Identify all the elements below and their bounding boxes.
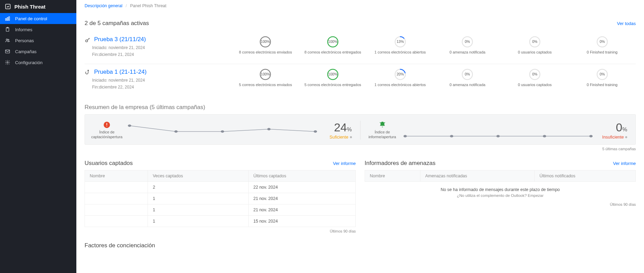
- cell-last: 21 nov. 2024: [249, 204, 356, 216]
- summary-left-status: Suficiente: [325, 135, 352, 140]
- metric-label: 1 correos electrónicos abiertos: [375, 50, 426, 55]
- users-icon: [5, 38, 10, 43]
- svg-point-52: [174, 130, 178, 132]
- captured-view-link[interactable]: Ver informe: [333, 161, 356, 166]
- svg-text:0%: 0%: [599, 39, 605, 44]
- campaign-metric: 0%0 usuarios captados: [501, 36, 569, 55]
- campaign-metric: 0%0 amenaza notificada: [434, 68, 501, 87]
- svg-point-53: [221, 130, 224, 132]
- breadcrumb-root[interactable]: Descripción general: [85, 3, 122, 8]
- reporters-empty-sub: ¿No utiliza el complemento de Outlook? E…: [365, 193, 636, 200]
- campaign-metric: 100%5 correos electrónicos enviados: [232, 68, 299, 87]
- campaigns-heading: 2 de 5 campañas activas: [85, 20, 149, 27]
- reporters-panel: Informadores de amenazas Ver informe Nom…: [365, 160, 636, 233]
- svg-text:13%: 13%: [396, 39, 404, 44]
- app-title-text: Phish Threat: [14, 4, 46, 10]
- clipboard-icon: [5, 27, 10, 32]
- cell-count: 1: [148, 204, 249, 216]
- svg-text:20%: 20%: [396, 72, 404, 76]
- svg-text:100%: 100%: [261, 39, 270, 44]
- campaign-metric: 100%8 correos electrónicos enviados: [232, 36, 299, 55]
- campaign-row: Prueba 1 (21-11-24)Iniciado: noviembre 2…: [85, 64, 636, 96]
- svg-point-9: [7, 62, 8, 63]
- cell-name: [85, 182, 148, 193]
- sidebar: Phish Threat Panel de controlInformesPer…: [0, 0, 76, 273]
- svg-rect-50: [106, 126, 107, 127]
- svg-point-59: [543, 135, 546, 137]
- campaign-started: Iniciado: noviembre 21, 2024: [92, 45, 228, 50]
- reporters-view-link[interactable]: Ver informe: [613, 161, 636, 166]
- table-row[interactable]: 121 nov. 2024: [85, 204, 356, 216]
- metric-label: 0 Finished training: [587, 50, 618, 55]
- svg-text:0%: 0%: [599, 72, 605, 76]
- metric-label: 8 correos electrónicos enviados: [239, 50, 292, 55]
- sidebar-item-label: Informes: [15, 27, 33, 32]
- sidebar-item-label: Panel de control: [15, 16, 47, 21]
- cell-last: 21 nov. 2024: [249, 193, 356, 204]
- breadcrumb-current: Panel Phish Threat: [130, 3, 166, 8]
- reporters-title: Informadores de amenazas: [365, 160, 435, 167]
- cell-last: 22 nov. 2024: [249, 182, 356, 193]
- sidebar-item-informes[interactable]: Informes: [0, 24, 76, 35]
- sidebar-item-label: Configuración: [15, 60, 42, 65]
- summary-left: Índice de captación/apertura 24% Suficie…: [93, 121, 352, 140]
- table-row[interactable]: 222 nov. 2024: [85, 182, 356, 193]
- campaign-title-link[interactable]: Prueba 3 (21/11/24): [94, 36, 146, 43]
- svg-text:0%: 0%: [465, 39, 470, 44]
- table-header: Nombre: [85, 170, 148, 182]
- svg-point-60: [589, 135, 593, 137]
- sidebar-item-personas[interactable]: Personas: [0, 35, 76, 46]
- breadcrumb: Descripción general / Panel Phish Threat: [76, 0, 644, 12]
- metric-label: 0 amenaza notificada: [450, 50, 485, 55]
- summary-panel: Índice de captación/apertura 24% Suficie…: [85, 114, 636, 145]
- svg-text:100%: 100%: [261, 72, 270, 76]
- campaign-title-link[interactable]: Prueba 1 (21-11-24): [94, 69, 147, 75]
- summary-footnote: 5 últimas campañas: [85, 147, 636, 151]
- sidebar-item-configuración[interactable]: Configuración: [0, 57, 76, 68]
- sidebar-item-panel-de-control[interactable]: Panel de control: [0, 13, 76, 24]
- svg-text:100%: 100%: [328, 39, 338, 44]
- campaign-metric: 20%1 correos electrónicos abiertos: [366, 68, 434, 87]
- app-title: Phish Threat: [0, 0, 76, 13]
- summary-right-status: Insuficiente: [600, 135, 627, 140]
- summary-left-label: Índice de captación/apertura: [91, 130, 122, 139]
- metric-label: 0 usuarios captados: [518, 83, 552, 87]
- svg-text:100%: 100%: [328, 72, 338, 76]
- table-row[interactable]: 121 nov. 2024: [85, 193, 356, 204]
- reporters-table: NombreAmenazas notificadasÚltimos notifi…: [365, 170, 636, 182]
- svg-rect-1: [5, 19, 7, 20]
- captured-title: Usuarios captados: [85, 160, 133, 167]
- sidebar-item-label: Campañas: [15, 49, 37, 54]
- bell-alert-icon: [379, 121, 386, 129]
- sparkline-right: [402, 122, 594, 138]
- breadcrumb-sep: /: [126, 3, 127, 8]
- svg-point-55: [314, 130, 317, 132]
- table-header: Amenazas notificadas: [420, 170, 535, 182]
- summary-left-value: 24%: [325, 121, 352, 134]
- campaign-row: Prueba 3 (21/11/24)Iniciado: noviembre 2…: [85, 32, 636, 64]
- campaign-metric: 13%1 correos electrónicos abiertos: [366, 36, 434, 55]
- view-all-campaigns-link[interactable]: Ver todas: [617, 21, 636, 26]
- cell-count: 1: [148, 193, 249, 204]
- svg-rect-2: [7, 17, 8, 20]
- svg-point-7: [8, 39, 9, 40]
- svg-point-58: [496, 135, 500, 137]
- cell-name: [85, 216, 148, 227]
- captured-table: NombreVeces captadosÚltimos captados 222…: [85, 170, 356, 227]
- metric-label: 8 correos electrónicos entregados: [304, 50, 361, 55]
- hook-icon: [85, 70, 91, 76]
- table-header: Veces captados: [148, 170, 249, 182]
- table-row[interactable]: 115 nov. 2024: [85, 216, 356, 227]
- campaign-ends: Fin:diciembre 22, 2024: [92, 85, 228, 90]
- mail-icon: [5, 49, 10, 54]
- metric-label: 0 amenaza notificada: [450, 83, 485, 87]
- campaign-started: Iniciado: noviembre 21, 2024: [92, 78, 228, 83]
- svg-text:0%: 0%: [532, 72, 537, 76]
- svg-point-29: [88, 70, 88, 71]
- sidebar-item-campañas[interactable]: Campañas: [0, 46, 76, 57]
- gear-icon: [5, 60, 10, 65]
- alert-icon: [103, 121, 111, 129]
- summary-title: Resumen de la empresa (5 últimas campaña…: [85, 104, 636, 111]
- svg-rect-49: [106, 123, 107, 125]
- campaign-metric: 0%0 Finished training: [568, 68, 636, 87]
